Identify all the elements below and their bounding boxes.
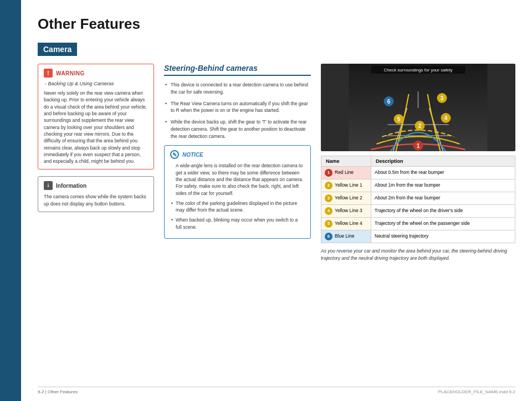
table-name-cell: 5 Yellow Line 4	[321, 218, 371, 230]
notice-title: NOTICE	[182, 152, 203, 158]
section-header: Camera	[38, 43, 77, 56]
warning-text: Never rely solely on the rear view camer…	[44, 90, 148, 164]
middle-column: Steering-Behind cameras This device is c…	[164, 64, 311, 262]
badge-0: 1	[325, 169, 332, 177]
badge-3: 4	[325, 207, 332, 215]
warning-subtitle: - Backing Up & Using Cameras	[44, 81, 148, 86]
name-label: Yellow Line 3	[335, 208, 362, 214]
table-row: 3 Yellow Line 2 About 2m from the rear b…	[321, 192, 515, 205]
badge-4: 5	[325, 220, 332, 228]
svg-text:6: 6	[387, 99, 391, 105]
info-text: The camera comes show while the system b…	[44, 193, 148, 207]
svg-text:4: 4	[444, 115, 448, 121]
page-container: Other Features Camera ! WARNING - Backin…	[0, 0, 532, 401]
table-row: 1 Red Line About 0.5m from the rear bump…	[321, 167, 515, 179]
right-column: 6 3 5 2	[321, 64, 515, 262]
main-content: Other Features Camera ! WARNING - Backin…	[21, 0, 532, 401]
table-row: 6 Blue Line Neutral steering trajectory	[321, 230, 515, 243]
badge-2: 3	[325, 194, 332, 202]
table-row: 2 Yellow Line 1 About 1m from the rear b…	[321, 179, 515, 192]
left-tab	[0, 0, 21, 401]
left-column: ! WARNING - Backing Up & Using Cameras N…	[38, 64, 154, 262]
badge-1: 2	[325, 182, 332, 189]
col-header-name: Name	[321, 156, 371, 167]
table-name-cell: 3 Yellow Line 2	[321, 192, 371, 205]
steering-title: Steering-Behind cameras	[164, 64, 311, 76]
svg-text:5: 5	[397, 116, 401, 122]
bullet-1: This device is connected to a rear detec…	[164, 81, 311, 96]
notice-box: ✎ NOTICE A wide-angle lens is installed …	[164, 145, 311, 239]
info-title: Information	[56, 183, 86, 189]
footer-brand: PLACEHOLDER_FILE_NAME.indd 9-2	[438, 389, 515, 394]
info-box: i Information The camera comes show whil…	[38, 176, 154, 212]
svg-text:3: 3	[441, 95, 444, 101]
bullet-3: While the device backs up, shift the gea…	[164, 119, 311, 140]
table-desc-cell: About 1m from the rear bumper	[371, 179, 515, 192]
table-row: 4 Yellow Line 3 Trajectory of the wheel …	[321, 205, 515, 218]
table-name-cell: 2 Yellow Line 1	[321, 179, 371, 192]
notice-icon: ✎	[170, 150, 179, 159]
badge-5: 6	[325, 233, 332, 240]
warning-icon: !	[44, 69, 53, 78]
warning-header: ! WARNING	[44, 69, 148, 78]
table-name-cell: 6 Blue Line	[321, 230, 371, 243]
warning-box: ! WARNING - Backing Up & Using Cameras N…	[38, 64, 154, 169]
name-label: Red Line	[335, 169, 354, 176]
bullet-2: The Rear View Camera turns on automatica…	[164, 100, 311, 115]
table-desc-cell: Neutral steering trajectory	[371, 230, 515, 243]
page-footer: 9-2 | Other Features PLACEHOLDER_FILE_NA…	[38, 387, 515, 394]
table-footer-text: As you reverse your car and monitor the …	[321, 248, 515, 262]
svg-text:Check surroundings for your sa: Check surroundings for your safety	[383, 68, 452, 73]
name-label: Yellow Line 2	[335, 195, 362, 202]
notice-header: ✎ NOTICE	[170, 150, 305, 159]
name-label: Blue Line	[335, 233, 354, 240]
table-desc-cell: About 2m from the rear bumper	[371, 192, 515, 205]
camera-image: 6 3 5 2	[321, 64, 515, 151]
notice-bullet-3: • When backed up, blinking may occur whe…	[170, 217, 305, 230]
svg-text:2: 2	[418, 123, 422, 129]
name-label: Yellow Line 4	[335, 220, 362, 227]
info-header: i Information	[44, 181, 148, 190]
table-desc-cell: Trajectory of the wheel on the passenger…	[371, 218, 515, 230]
col-header-desc: Description	[371, 156, 515, 167]
footer-page-info: 9-2 | Other Features	[38, 389, 78, 394]
page-title: Other Features	[38, 16, 515, 33]
svg-text:1: 1	[417, 143, 420, 149]
table-desc-cell: About 0.5m from the rear bumper	[371, 167, 515, 179]
table-name-cell: 1 Red Line	[321, 167, 371, 179]
table-row: 5 Yellow Line 4 Trajectory of the wheel …	[321, 218, 515, 230]
table-desc-cell: Trajectory of the wheel on the driver's …	[371, 205, 515, 218]
info-icon: i	[44, 181, 53, 190]
notice-bullet-2: • The color of the parking guidelines di…	[170, 200, 305, 214]
warning-title: WARNING	[56, 70, 85, 76]
notice-bullet-1: A wide-angle lens is installed on the re…	[170, 162, 305, 197]
content-area: ! WARNING - Backing Up & Using Cameras N…	[38, 64, 515, 262]
name-label: Yellow Line 1	[335, 182, 362, 189]
table-name-cell: 4 Yellow Line 3	[321, 205, 371, 218]
info-table: Name Description 1 Red Line About 0.5m f…	[321, 156, 515, 243]
